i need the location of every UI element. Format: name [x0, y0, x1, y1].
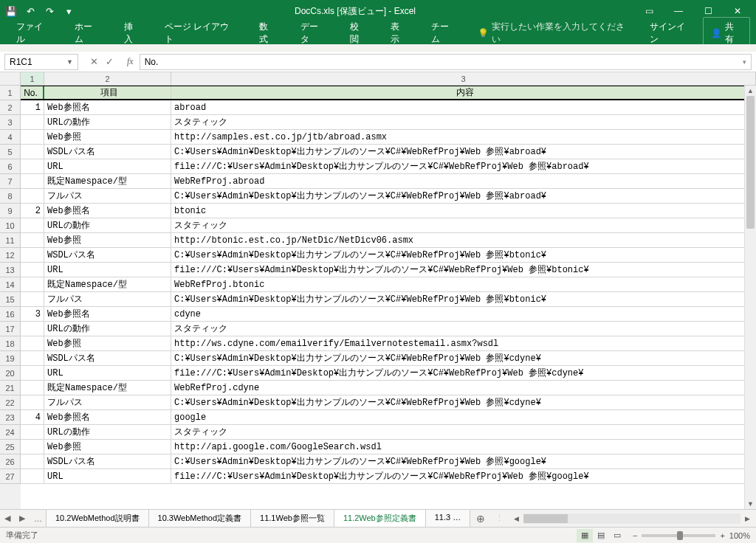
row-header[interactable]: 13 [0, 263, 21, 277]
hdr-no[interactable]: No. [21, 86, 44, 99]
cell[interactable]: C:¥Users¥Admin¥Desktop¥出力サンプルのソース¥C#¥Web… [171, 292, 756, 306]
sheet-tab[interactable]: 10.3WebMethod定義書 [148, 509, 252, 528]
cell[interactable] [21, 440, 44, 454]
cell[interactable]: 既定Namespace/型 [44, 277, 171, 291]
cell[interactable]: file:///C:¥Users¥Admin¥Desktop¥出力サンプルのソー… [171, 263, 756, 277]
row-header[interactable]: 7 [0, 174, 21, 189]
row-header[interactable]: 14 [0, 277, 21, 292]
tell-me-box[interactable]: 💡 実行したい作業を入力してください [470, 21, 636, 46]
row-header[interactable]: 21 [0, 381, 21, 395]
row-header[interactable]: 18 [0, 336, 21, 351]
cell[interactable] [21, 336, 44, 350]
row-header[interactable]: 19 [0, 351, 21, 366]
cell[interactable]: フルパス [44, 395, 171, 409]
cell[interactable]: スタティック [171, 218, 756, 232]
tab-nav-prev-icon[interactable]: ◀ [0, 513, 15, 523]
row-header[interactable]: 11 [0, 233, 21, 248]
cell[interactable]: URL [44, 366, 171, 380]
sheet-tab[interactable]: 10.2WebMethod説明書 [46, 509, 149, 528]
cell[interactable]: google [171, 410, 756, 424]
cell[interactable] [21, 454, 44, 468]
cell[interactable]: フルパス [44, 189, 171, 203]
sheet-tab[interactable]: 11.3 … [425, 509, 470, 528]
row-header[interactable]: 9 [0, 204, 21, 218]
cell[interactable] [21, 174, 44, 188]
formula-expand-icon[interactable]: ▾ [743, 58, 746, 66]
cell[interactable]: C:¥Users¥Admin¥Desktop¥出力サンプルのソース¥C#¥Web… [171, 395, 756, 409]
cell[interactable] [21, 218, 44, 232]
cell[interactable]: 1 [21, 100, 44, 114]
cell[interactable]: Web参照名 [44, 204, 171, 218]
row-header[interactable]: 2 [0, 100, 21, 115]
cell[interactable]: URLの動作 [44, 322, 171, 336]
row-header[interactable]: 23 [0, 410, 21, 425]
cell[interactable]: C:¥Users¥Admin¥Desktop¥出力サンプルのソース¥C#¥Web… [171, 351, 756, 365]
cell[interactable] [21, 130, 44, 144]
view-page-break-icon[interactable]: ▭ [609, 529, 625, 542]
cell[interactable]: スタティック [171, 425, 756, 439]
row-header[interactable]: 6 [0, 159, 21, 174]
cell[interactable]: 2 [21, 204, 44, 218]
cell[interactable] [21, 395, 44, 409]
cell[interactable] [21, 366, 44, 380]
cell[interactable]: WSDLパス名 [44, 454, 171, 468]
hscroll-track[interactable] [523, 513, 740, 524]
cell[interactable]: C:¥Users¥Admin¥Desktop¥出力サンプルのソース¥C#¥Web… [171, 248, 756, 262]
cell[interactable] [21, 115, 44, 129]
view-page-layout-icon[interactable]: ▤ [593, 529, 609, 542]
cell[interactable]: WSDLパス名 [44, 248, 171, 262]
cell[interactable]: WebRefProj.abroad [171, 174, 756, 188]
cell[interactable]: 既定Namespace/型 [44, 381, 171, 395]
cell[interactable]: Web参照名 [44, 410, 171, 424]
cell[interactable]: WebRefProj.btonic [171, 277, 756, 291]
cell[interactable]: 既定Namespace/型 [44, 174, 171, 188]
scroll-down-icon[interactable]: ▼ [745, 499, 756, 509]
scroll-thumb[interactable] [746, 96, 755, 229]
row-header[interactable]: 27 [0, 469, 21, 484]
name-box[interactable]: R1C1 ▼ [4, 54, 78, 70]
cell[interactable]: file:///C:¥Users¥Admin¥Desktop¥出力サンプルのソー… [171, 469, 756, 483]
cell[interactable]: C:¥Users¥Admin¥Desktop¥出力サンプルのソース¥C#¥Web… [171, 454, 756, 468]
cell[interactable] [21, 425, 44, 439]
cell[interactable]: cdyne [171, 307, 756, 321]
row-header[interactable]: 10 [0, 218, 21, 233]
vertical-scrollbar[interactable]: ▲ ▼ [744, 86, 756, 509]
row-header[interactable]: 20 [0, 366, 21, 381]
row-header[interactable]: 8 [0, 189, 21, 204]
cell[interactable]: Web参照名 [44, 100, 171, 114]
cell[interactable]: Web参照 [44, 233, 171, 247]
cell[interactable] [21, 322, 44, 336]
row-header[interactable]: 5 [0, 145, 21, 159]
cell[interactable]: 4 [21, 410, 44, 424]
cell[interactable]: Web参照 [44, 130, 171, 144]
cell[interactable] [21, 277, 44, 291]
cell[interactable]: URL [44, 263, 171, 277]
cell[interactable]: http://ws.cdyne.com/emailverify/Emailver… [171, 336, 756, 350]
cell[interactable] [21, 263, 44, 277]
select-all-button[interactable] [0, 72, 21, 85]
cell[interactable]: フルパス [44, 292, 171, 306]
cell[interactable]: http://btonic.est.co.jp/NetDic/NetDicv06… [171, 233, 756, 247]
cell[interactable]: C:¥Users¥Admin¥Desktop¥出力サンプルのソース¥C#¥Web… [171, 189, 756, 203]
cell[interactable]: 3 [21, 307, 44, 321]
hscroll-thumb[interactable] [523, 514, 568, 523]
sheet-tab[interactable]: 11.2Web参照定義書 [334, 509, 426, 528]
cell[interactable]: WSDLパス名 [44, 351, 171, 365]
cell[interactable] [21, 145, 44, 159]
cell[interactable]: Web参照 [44, 336, 171, 350]
cell[interactable]: URL [44, 159, 171, 173]
row-header[interactable]: 12 [0, 248, 21, 263]
cell[interactable] [21, 233, 44, 247]
cell[interactable]: URLの動作 [44, 425, 171, 439]
zoom-handle[interactable] [677, 531, 683, 540]
cell[interactable]: http://api.google.com/GoogleSearch.wsdl [171, 440, 756, 454]
tab-overflow-left[interactable]: … [30, 514, 47, 523]
cell[interactable]: file:///C:¥Users¥Admin¥Desktop¥出力サンプルのソー… [171, 366, 756, 380]
fx-icon[interactable]: fx [121, 56, 140, 67]
row-header[interactable]: 26 [0, 454, 21, 469]
view-normal-icon[interactable]: ▦ [577, 529, 593, 542]
cell[interactable]: スタティック [171, 115, 756, 129]
cell[interactable] [21, 248, 44, 262]
cell[interactable] [21, 351, 44, 365]
cell[interactable]: URLの動作 [44, 115, 171, 129]
